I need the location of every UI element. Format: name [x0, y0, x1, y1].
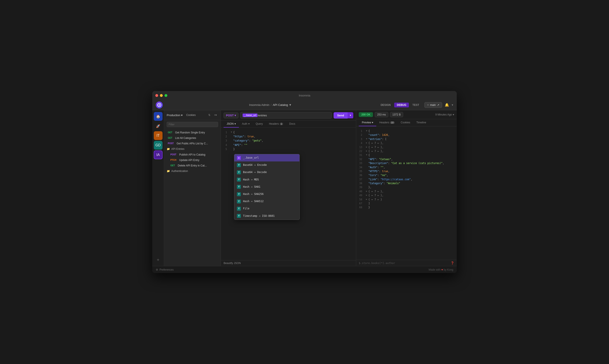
code-line: 49 ▶ { ↔ 7 ↦ },: [356, 193, 457, 197]
sidebar-item-rocket[interactable]: 🚀: [154, 122, 163, 130]
chevron-down-icon: ▼: [289, 103, 292, 106]
send-button[interactable]: Send ▾: [334, 112, 353, 118]
add-workspace-button[interactable]: +: [154, 256, 163, 264]
ac-badge-f: f: [237, 192, 241, 196]
send-dropdown-arrow[interactable]: ▾: [348, 112, 353, 118]
status-badge: 200 OK: [359, 112, 373, 117]
sidebar-item-ia[interactable]: IA: [154, 151, 163, 159]
method-label: POST: [226, 114, 234, 117]
url-bar[interactable]: _.base_url /entries: [240, 112, 332, 118]
sidebar-item-home[interactable]: 🏠: [154, 112, 163, 121]
list-item[interactable]: GET List All Categories: [164, 135, 221, 141]
chevron-down-icon: ▾: [234, 114, 236, 117]
tab-timeline[interactable]: Timeline: [413, 119, 429, 126]
cookies-button[interactable]: Cookies: [184, 113, 197, 117]
request-label: Get Public APIs List by C...: [177, 142, 208, 145]
code-line: 37 "Link": "https://cataas.com",: [356, 177, 457, 181]
url-tag[interactable]: _.base_url: [243, 114, 258, 117]
code-line: 3 ▼ "entries": [: [356, 137, 457, 141]
breadcrumb-org[interactable]: Insomnia Admin: [249, 103, 270, 106]
sort-button[interactable]: ⇅: [207, 112, 212, 118]
tab-query[interactable]: Query: [253, 120, 266, 128]
list-item[interactable]: POST Get Public APIs List by C...: [164, 141, 221, 146]
list-item[interactable]: GET Delete API Entry in Cat...: [164, 163, 221, 168]
left-panel-header: Production ▾ Cookies ⇅ +▾: [164, 110, 221, 120]
code-line: 1 ▼ {: [356, 129, 457, 133]
method-selector[interactable]: POST ▾: [224, 112, 238, 118]
autocomplete-dropdown: x _.base_url f Base64 ⇒ Encode f Base64 …: [234, 154, 300, 220]
folder-authentication[interactable]: 📁 Authentication: [164, 168, 221, 174]
code-line: 40 ▶ { ↔ 7 ↦ },: [356, 189, 457, 193]
titlebar: Insomnia: [152, 91, 457, 100]
ac-badge-f: f: [237, 199, 241, 203]
tab-headers[interactable]: Headers 1: [266, 120, 286, 128]
autocomplete-item[interactable]: f Base64 ⇒ Encode: [234, 161, 299, 169]
main-layout: 🏠 🚀 IT GD IA + Production ▾ Cookies: [152, 110, 457, 266]
ac-badge-f: f: [237, 170, 241, 174]
method-badge-get: GET: [169, 164, 176, 167]
response-time: 253 ms: [375, 112, 388, 117]
branch-selector[interactable]: ⑂ main ↗: [424, 102, 442, 108]
icon-sidebar: 🏠 🚀 IT GD IA +: [152, 110, 164, 266]
method-badge-post: POST: [169, 153, 177, 156]
autocomplete-item[interactable]: f Timestamp ⇒ ISO-8601: [234, 212, 299, 220]
autocomplete-item[interactable]: f Hash ⇒ SHA1: [234, 183, 299, 191]
autocomplete-item[interactable]: f File: [234, 205, 299, 212]
list-item[interactable]: POST Publish API to Catalog: [164, 152, 221, 157]
close-button[interactable]: [155, 94, 158, 97]
breadcrumb-project[interactable]: API Catalog ▼: [273, 103, 292, 106]
tab-design[interactable]: DESIGN: [378, 103, 393, 107]
filter-input[interactable]: [167, 122, 218, 127]
help-icon[interactable]: ❓: [451, 261, 454, 265]
folder-icon: 📁: [167, 147, 170, 151]
request-label: Delete API Entry in Cat...: [178, 164, 207, 167]
response-bottom-bar: $.store.books[*].author ❓: [356, 260, 457, 266]
ac-badge-f: f: [237, 214, 241, 218]
tab-preview[interactable]: Preview ▾: [359, 119, 376, 126]
add-request-button[interactable]: +▾: [213, 112, 218, 118]
ac-badge-f: f: [237, 185, 241, 189]
autocomplete-item[interactable]: x _.base_url: [234, 154, 299, 161]
tab-cookies[interactable]: Cookies: [398, 119, 413, 126]
method-badge-post: POST: [167, 142, 175, 145]
list-item[interactable]: PTCH Update API Entry: [164, 157, 221, 163]
autocomplete-item[interactable]: f Hash ⇒ SHA256: [234, 191, 299, 198]
preferences-button[interactable]: ⚙ Preferences: [156, 268, 174, 271]
response-timestamp[interactable]: 9 Minutes Ago ▾: [435, 113, 454, 116]
sidebar-item-it[interactable]: IT: [154, 131, 163, 140]
beautify-button[interactable]: Beautify JSON: [224, 262, 241, 265]
tab-json[interactable]: JSON ▾: [224, 120, 239, 128]
sidebar-item-gd[interactable]: GD: [154, 141, 163, 150]
request-list: GET Get Random Single Entry GET List All…: [164, 129, 221, 266]
tab-test[interactable]: TEST: [410, 103, 422, 107]
notifications-icon[interactable]: 🔔: [445, 103, 449, 107]
list-item[interactable]: GET Get Random Single Entry: [164, 130, 221, 135]
send-main[interactable]: Send: [334, 112, 348, 118]
minimize-button[interactable]: [160, 94, 163, 97]
response-body: 1 ▼ { 2 "count": 1426, 3 ▼ "entries": [ …: [356, 126, 457, 260]
made-with-label: Made with ♥ by Kong: [428, 268, 453, 271]
topnav: Insomnia Admin / API Catalog ▼ DESIGN DE…: [152, 100, 457, 110]
tab-headers[interactable]: Headers 10: [376, 119, 398, 126]
request-label: Update API Entry: [179, 159, 199, 162]
jsonpath-hint[interactable]: $.store.books[*].author: [359, 262, 395, 265]
request-panel: POST ▾ _.base_url /entries Send ▾ JSON ▾: [221, 110, 356, 266]
tab-docs[interactable]: Docs: [286, 120, 298, 128]
panel-controls: ⇅ +▾: [207, 112, 218, 118]
code-line: 13 ▶ { ↔ 7 ↦ },: [356, 145, 457, 149]
environment-selector[interactable]: Production ▾: [167, 114, 183, 117]
chevron-down-icon: ▾: [234, 122, 236, 125]
tab-auth[interactable]: Auth ▾: [239, 120, 253, 128]
user-menu[interactable]: ▾: [452, 103, 453, 106]
code-line: 67 ]: [356, 201, 457, 205]
tab-debug[interactable]: DEBUG: [394, 103, 409, 107]
request-label: Publish API to Catalog: [179, 153, 205, 156]
request-bar: POST ▾ _.base_url /entries Send ▾: [221, 110, 356, 120]
autocomplete-item[interactable]: f Base64 ⇒ Decode: [234, 169, 299, 176]
autocomplete-item[interactable]: f Hash ⇒ SHA512: [234, 198, 299, 205]
code-line: 4 ▶ { ↔ 7 ↦ },: [356, 141, 457, 145]
folder-api-entries[interactable]: 📁 API Entries: [164, 146, 221, 152]
maximize-button[interactable]: [165, 94, 167, 97]
autocomplete-item[interactable]: f Hash ⇒ MD5: [234, 176, 299, 183]
request-body-editor[interactable]: 1 ▼ { 2 "https": true, 3 "category": "pe…: [221, 128, 356, 260]
